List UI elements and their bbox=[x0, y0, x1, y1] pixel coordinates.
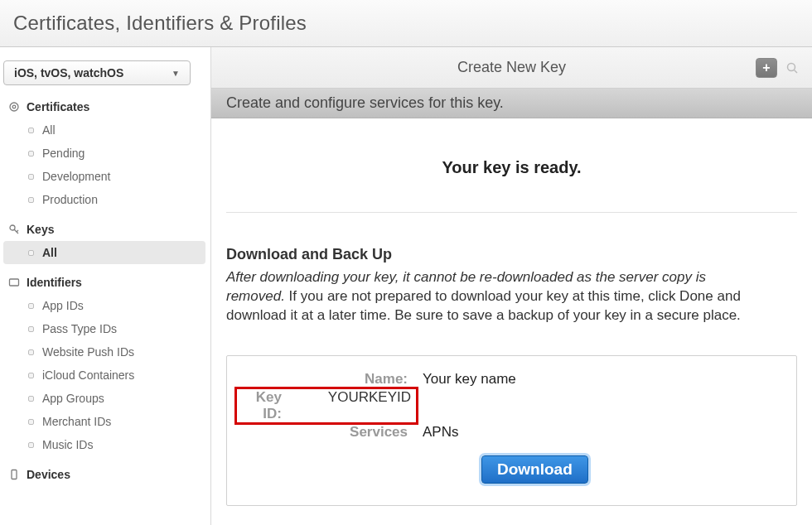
sidebar-section-devices[interactable]: Devices bbox=[0, 463, 210, 486]
bullet-icon bbox=[28, 128, 34, 133]
sidebar-item-certificates-all[interactable]: All bbox=[3, 118, 205, 142]
download-text-rest: If you are not prepared to download your… bbox=[226, 288, 741, 323]
search-button[interactable] bbox=[782, 58, 802, 78]
sidebar-item-website-push-ids[interactable]: Website Push IDs bbox=[3, 340, 205, 364]
gear-icon bbox=[8, 101, 20, 113]
main-area: Your key is ready. Download and Back Up … bbox=[211, 158, 812, 521]
services-value: APNs bbox=[423, 424, 516, 441]
sidebar-item-label: Pending bbox=[42, 147, 85, 160]
svg-point-1 bbox=[12, 105, 16, 108]
sidebar-item-app-groups[interactable]: App Groups bbox=[3, 387, 205, 410]
svg-rect-3 bbox=[10, 279, 19, 286]
sidebar-item-app-ids[interactable]: App IDs bbox=[3, 294, 205, 317]
sidebar: iOS, tvOS, watchOS ▼ Certificates All Pe… bbox=[0, 47, 211, 525]
sidebar-item-label: Production bbox=[42, 193, 98, 206]
sidebar-section-label: Keys bbox=[27, 223, 54, 236]
bullet-icon bbox=[28, 396, 34, 402]
key-id-label: Key ID: bbox=[242, 389, 282, 422]
svg-rect-4 bbox=[12, 470, 17, 479]
sidebar-item-label: All bbox=[42, 246, 57, 259]
svg-point-5 bbox=[788, 63, 795, 70]
name-label: Name: bbox=[242, 371, 408, 388]
bullet-icon bbox=[28, 442, 34, 448]
platform-selector[interactable]: iOS, tvOS, watchOS ▼ bbox=[3, 60, 191, 85]
sidebar-item-icloud-containers[interactable]: iCloud Containers bbox=[3, 364, 205, 387]
download-heading: Download and Back Up bbox=[226, 246, 797, 263]
content-topbar: Create New Key + bbox=[211, 47, 812, 89]
sidebar-item-label: Website Push IDs bbox=[42, 345, 134, 359]
sidebar-item-label: iCloud Containers bbox=[42, 368, 134, 382]
bullet-icon bbox=[28, 197, 34, 203]
sidebar-section-label: Identifiers bbox=[27, 276, 82, 289]
ready-heading: Your key is ready. bbox=[226, 158, 797, 177]
bullet-icon bbox=[28, 373, 34, 378]
download-button[interactable]: Download bbox=[481, 455, 588, 484]
content-pane: Create New Key + Create and configure se… bbox=[211, 47, 812, 525]
sidebar-section-identifiers[interactable]: Identifiers bbox=[0, 271, 210, 294]
key-icon bbox=[8, 224, 20, 235]
sidebar-item-label: Development bbox=[42, 170, 111, 183]
sidebar-item-label: Merchant IDs bbox=[42, 415, 111, 428]
search-icon bbox=[785, 61, 799, 75]
sidebar-item-label: App Groups bbox=[42, 392, 104, 405]
name-value: Your key name bbox=[423, 371, 516, 388]
sidebar-item-merchant-ids[interactable]: Merchant IDs bbox=[3, 410, 205, 433]
page-title: Certificates, Identifiers & Profiles bbox=[13, 12, 307, 35]
page-header: Certificates, Identifiers & Profiles bbox=[0, 0, 812, 47]
content-title: Create New Key bbox=[457, 59, 566, 76]
sidebar-item-certificates-production[interactable]: Production bbox=[3, 188, 205, 211]
key-info-box: Name: Your key name Key ID: YOURKEYID Se… bbox=[226, 355, 797, 506]
bullet-icon bbox=[28, 250, 34, 256]
sidebar-section-certificates[interactable]: Certificates bbox=[0, 95, 210, 118]
download-text: After downloading your key, it cannot be… bbox=[226, 268, 756, 325]
bullet-icon bbox=[28, 151, 34, 157]
sidebar-item-certificates-pending[interactable]: Pending bbox=[3, 142, 205, 165]
sidebar-item-keys-all[interactable]: All bbox=[3, 241, 205, 264]
content-subheading: Create and configure services for this k… bbox=[211, 89, 812, 118]
key-id-highlight: Key ID: YOURKEYID bbox=[234, 387, 418, 425]
sidebar-item-label: All bbox=[42, 123, 56, 137]
sidebar-item-pass-type-ids[interactable]: Pass Type IDs bbox=[3, 317, 205, 340]
sidebar-section-label: Devices bbox=[27, 468, 70, 481]
plus-icon: + bbox=[762, 60, 770, 75]
sidebar-item-label: App IDs bbox=[42, 299, 84, 312]
sidebar-item-music-ids[interactable]: Music IDs bbox=[3, 433, 205, 456]
services-label: Services bbox=[242, 424, 408, 441]
divider bbox=[226, 212, 797, 213]
sidebar-section-label: Certificates bbox=[27, 100, 89, 113]
sidebar-item-certificates-development[interactable]: Development bbox=[3, 165, 205, 188]
bullet-icon bbox=[28, 349, 34, 355]
body: iOS, tvOS, watchOS ▼ Certificates All Pe… bbox=[0, 47, 812, 525]
bullet-icon bbox=[28, 419, 34, 425]
bullet-icon bbox=[28, 174, 34, 180]
id-icon bbox=[8, 277, 20, 288]
bullet-icon bbox=[28, 303, 34, 309]
sidebar-section-keys[interactable]: Keys bbox=[0, 218, 210, 241]
device-icon bbox=[8, 469, 20, 480]
chevron-down-icon: ▼ bbox=[172, 69, 180, 78]
sidebar-item-label: Music IDs bbox=[42, 438, 93, 451]
bullet-icon bbox=[28, 326, 34, 332]
platform-selector-label: iOS, tvOS, watchOS bbox=[14, 66, 123, 79]
add-button[interactable]: + bbox=[756, 58, 777, 78]
svg-point-0 bbox=[10, 103, 18, 111]
sidebar-item-label: Pass Type IDs bbox=[42, 322, 117, 335]
key-id-value: YOURKEYID bbox=[328, 389, 411, 422]
